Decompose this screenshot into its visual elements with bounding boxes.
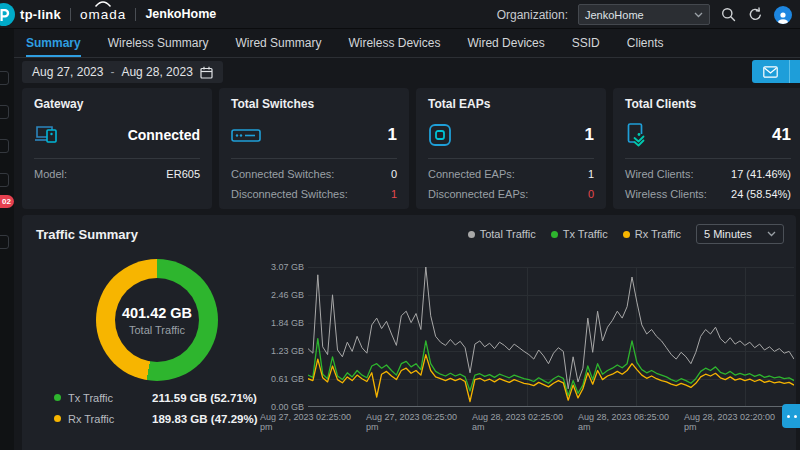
x-tick: Aug 28, 2023 02:25:00 am [472, 412, 578, 432]
sidebar-item-icon[interactable] [0, 105, 9, 119]
refresh-button[interactable] [747, 6, 764, 23]
eap-icon [428, 123, 452, 147]
dashboard-page: tp-link omada JenkoHome Organization: Je… [0, 0, 800, 450]
legend-tx-traffic[interactable]: Tx Traffic [551, 228, 608, 240]
donut-legend: Tx Traffic 211.59 GB (52.71%) Rx Traffic… [54, 387, 284, 429]
tab-ssid[interactable]: SSID [572, 31, 600, 57]
organization-value: JenkoHome [585, 9, 644, 21]
export-button[interactable] [790, 60, 800, 83]
sidebar-item-icon[interactable] [0, 71, 9, 85]
search-icon [721, 7, 736, 22]
total-clients-card: Total Clients 41 Wired Clients: 17 (41.4… [613, 88, 800, 209]
client-count: 41 [772, 125, 791, 145]
sidebar-item-icon[interactable] [0, 235, 9, 249]
card-title: Total Clients [625, 97, 791, 111]
chevron-down-icon [694, 12, 703, 18]
card-row: Wireless Clients: 24 (58.54%) [625, 184, 791, 204]
card-divider [34, 158, 200, 159]
chevron-down-icon [767, 231, 776, 237]
legend-dot-total [468, 231, 475, 238]
row-value: ER605 [166, 164, 200, 184]
summary-tab-bar: Summary Wireless Summary Wired Summary W… [14, 31, 800, 58]
brand-divider-2 [135, 8, 136, 21]
organization-select[interactable]: JenkoHome [578, 4, 710, 25]
refresh-icon [748, 7, 763, 22]
tab-wireless-devices[interactable]: Wireless Devices [348, 31, 440, 57]
card-title: Total Switches [231, 97, 397, 111]
row-label: Wired Clients: [625, 164, 693, 184]
rx-value: 189.83 GB (47.29%) [152, 413, 257, 425]
tab-wireless-summary[interactable]: Wireless Summary [108, 31, 209, 57]
tab-summary[interactable]: Summary [26, 31, 81, 57]
omada-wifi-arc-icon [94, 0, 112, 7]
card-divider [625, 158, 791, 159]
row-label: Connected Switches: [231, 164, 334, 184]
row-label: Disconnected EAPs: [428, 184, 528, 204]
y-tick: 1.84 GB [258, 318, 304, 328]
tplink-logo-icon [0, 3, 15, 26]
traffic-summary-panel: Traffic Summary Total Traffic Tx Traffic… [22, 215, 796, 450]
row-label: Connected EAPs: [428, 164, 515, 184]
row-value: 0 [391, 164, 397, 184]
donut-row-tx: Tx Traffic 211.59 GB (52.71%) [54, 387, 284, 408]
organization-label: Organization: [497, 8, 568, 22]
switch-icon [231, 125, 261, 145]
card-row: Model: ER605 [34, 164, 200, 184]
legend-label: Tx Traffic [563, 228, 608, 240]
x-tick: Aug 27, 2023 02:25:00 pm [260, 412, 366, 432]
date-end: Aug 28, 2023 [121, 65, 192, 79]
y-tick: 3.07 GB [258, 262, 304, 272]
sidebar-item-icon[interactable] [0, 173, 9, 187]
traffic-summary-title: Traffic Summary [36, 227, 138, 242]
feedback-floating-button[interactable] [782, 404, 800, 428]
tx-value: 211.59 GB (52.71%) [152, 392, 257, 404]
x-tick: Aug 28, 2023 02:20:00 pm [684, 412, 790, 432]
donut-row-rx: Rx Traffic 189.83 GB (47.29%) [54, 408, 284, 429]
row-value-alert: 0 [588, 184, 594, 204]
x-tick: Aug 27, 2023 08:25:00 pm [366, 412, 472, 432]
gateway-status: Connected [128, 127, 200, 143]
brand-divider [70, 8, 71, 21]
date-range-picker[interactable]: Aug 27, 2023 - Aug 28, 2023 [22, 61, 223, 83]
y-tick: 2.46 GB [258, 290, 304, 300]
y-tick: 1.23 GB [258, 346, 304, 356]
search-button[interactable] [720, 6, 737, 23]
traffic-donut-chart: 401.42 GB Total Traffic [96, 259, 218, 381]
user-avatar[interactable] [774, 6, 792, 24]
switch-count: 1 [388, 125, 397, 145]
gateway-icon [34, 123, 62, 147]
date-separator: - [110, 65, 114, 79]
traffic-line-plot [308, 267, 794, 407]
alert-count-badge[interactable]: 02 [0, 195, 14, 208]
card-title: Total EAPs [428, 97, 594, 111]
total-switches-card: Total Switches 1 Connected Switches: 0 D… [219, 88, 409, 209]
interval-select[interactable]: 5 Minutes [696, 224, 784, 244]
tab-wired-summary[interactable]: Wired Summary [235, 31, 321, 57]
summary-cards: Gateway Connected Model: ER605 Total Swi… [22, 88, 800, 209]
email-report-button[interactable] [752, 60, 790, 83]
clients-icon [625, 122, 649, 148]
top-bar: tp-link omada JenkoHome Organization: Je… [0, 0, 800, 29]
legend-label: Total Traffic [480, 228, 536, 240]
interval-value: 5 Minutes [704, 228, 752, 240]
toolbar-actions [752, 60, 800, 83]
sidebar-item-icon[interactable] [0, 139, 9, 153]
legend-total-traffic[interactable]: Total Traffic [468, 228, 536, 240]
card-title: Gateway [34, 97, 200, 111]
dot-icon [794, 415, 797, 418]
tab-wired-devices[interactable]: Wired Devices [467, 31, 544, 57]
card-row: Connected Switches: 0 [231, 164, 397, 184]
y-tick: 0.61 GB [258, 374, 304, 384]
row-value: 1 [588, 164, 594, 184]
brand-row: tp-link omada JenkoHome [20, 5, 216, 23]
legend-rx-traffic[interactable]: Rx Traffic [623, 228, 681, 240]
card-row: Wired Clients: 17 (41.46%) [625, 164, 791, 184]
product-text: omada [80, 7, 126, 22]
calendar-icon [200, 66, 213, 79]
row-label: Model: [34, 164, 67, 184]
card-divider [428, 158, 594, 159]
tab-clients[interactable]: Clients [627, 31, 664, 57]
card-row: Disconnected EAPs: 0 [428, 184, 594, 204]
header-actions: Organization: JenkoHome [497, 0, 792, 29]
tx-dot [54, 394, 61, 401]
